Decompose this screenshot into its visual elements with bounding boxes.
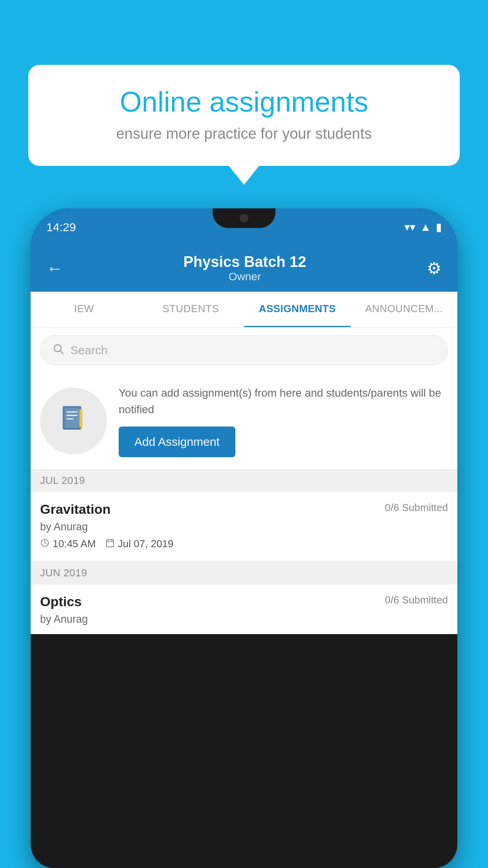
svg-point-0 bbox=[54, 345, 61, 352]
month-divider-jul: JUL 2019 bbox=[31, 469, 457, 492]
assignment-item-optics[interactable]: Optics 0/6 Submitted by Anurag bbox=[31, 585, 457, 634]
phone-notch bbox=[213, 208, 275, 228]
status-bar: 14:29 ▾▾ ▲ ▮ bbox=[31, 208, 457, 246]
assignment-submitted: 0/6 Submitted bbox=[385, 502, 448, 514]
header-title-area: Physics Batch 12 Owner bbox=[183, 254, 306, 283]
info-text-area: You can add assignment(s) from here and … bbox=[119, 385, 448, 457]
search-placeholder: Search bbox=[70, 344, 108, 357]
speech-bubble-container: Online assignments ensure more practice … bbox=[28, 65, 460, 166]
tab-announcements[interactable]: ANNOUNCEM... bbox=[351, 292, 458, 327]
svg-rect-3 bbox=[65, 408, 80, 428]
back-button[interactable]: ← bbox=[46, 259, 63, 278]
info-text: You can add assignment(s) from here and … bbox=[119, 385, 448, 418]
camera-dot bbox=[240, 214, 248, 223]
search-bar[interactable]: Search bbox=[40, 335, 448, 365]
calendar-icon bbox=[105, 538, 115, 550]
settings-icon[interactable]: ⚙ bbox=[427, 259, 442, 278]
speech-bubble-subtitle: ensure more practice for your students bbox=[52, 125, 436, 142]
status-icons: ▾▾ ▲ ▮ bbox=[404, 221, 442, 234]
info-icon-circle bbox=[40, 388, 107, 454]
svg-line-1 bbox=[61, 351, 63, 353]
assignment-top-row: Gravitation 0/6 Submitted bbox=[40, 502, 448, 517]
app-header: ← Physics Batch 12 Owner ⚙ bbox=[31, 246, 457, 292]
header-title: Physics Batch 12 bbox=[183, 254, 306, 270]
time-value: 10:45 AM bbox=[53, 538, 96, 550]
wifi-icon: ▾▾ bbox=[404, 221, 415, 234]
assignment-name: Gravitation bbox=[40, 502, 110, 517]
info-section: You can add assignment(s) from here and … bbox=[31, 373, 457, 469]
assignment-item-gravitation[interactable]: Gravitation 0/6 Submitted by Anurag 10:4… bbox=[31, 492, 457, 561]
assignment-date: Jul 07, 2019 bbox=[105, 538, 174, 550]
phone-frame: 14:29 ▾▾ ▲ ▮ ← Physics Batch 12 Owner ⚙ … bbox=[31, 208, 457, 868]
assignment-time: 10:45 AM bbox=[40, 538, 96, 550]
assignment-meta: 10:45 AM Jul 07, 2019 bbox=[40, 538, 448, 550]
add-assignment-button[interactable]: Add Assignment bbox=[119, 427, 235, 457]
assignment-name-optics: Optics bbox=[40, 594, 82, 609]
svg-rect-7 bbox=[79, 409, 83, 427]
status-time: 14:29 bbox=[46, 221, 76, 234]
tab-assignments[interactable]: ASSIGNMENTS bbox=[244, 292, 351, 327]
month-divider-jun: JUN 2019 bbox=[31, 561, 457, 585]
tab-students[interactable]: STUDENTS bbox=[138, 292, 244, 327]
assignment-by: by Anurag bbox=[40, 521, 448, 533]
tabs-bar: IEW STUDENTS ASSIGNMENTS ANNOUNCEM... bbox=[31, 292, 457, 327]
header-subtitle: Owner bbox=[183, 270, 306, 283]
search-icon bbox=[52, 343, 64, 358]
clock-icon bbox=[40, 538, 50, 550]
signal-icon: ▲ bbox=[420, 221, 431, 234]
tab-iew[interactable]: IEW bbox=[31, 292, 138, 327]
date-value: Jul 07, 2019 bbox=[118, 538, 174, 550]
speech-bubble: Online assignments ensure more practice … bbox=[28, 65, 460, 166]
notebook-icon bbox=[58, 402, 89, 440]
assignment-submitted-optics: 0/6 Submitted bbox=[385, 594, 448, 606]
battery-icon: ▮ bbox=[436, 221, 442, 234]
speech-bubble-title: Online assignments bbox=[52, 86, 436, 118]
search-container: Search bbox=[31, 327, 457, 373]
svg-rect-10 bbox=[106, 540, 114, 547]
assignment-by-optics: by Anurag bbox=[40, 613, 448, 625]
phone-screen: Search You can ad bbox=[31, 327, 457, 634]
assignment-top-row-optics: Optics 0/6 Submitted bbox=[40, 594, 448, 609]
